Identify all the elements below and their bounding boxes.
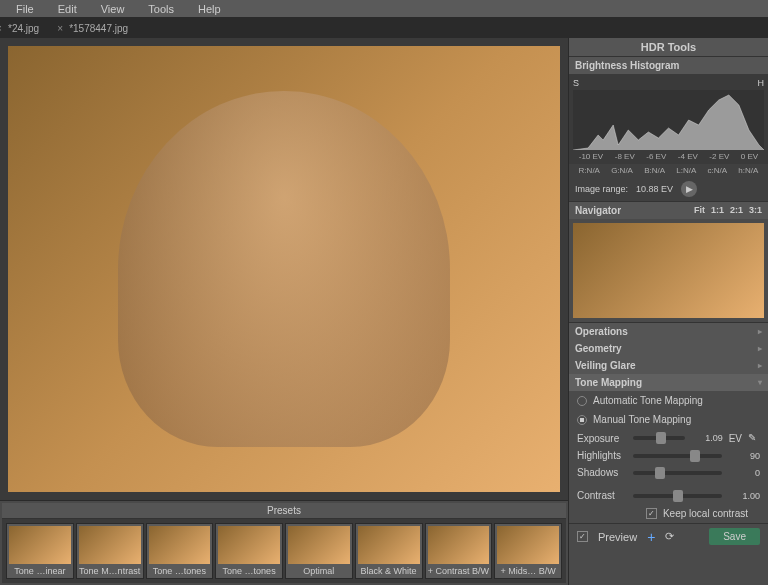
eyedropper-icon[interactable]: ✎ <box>748 432 760 444</box>
hdr-tools-title: HDR Tools <box>569 38 768 57</box>
ev-label: -8 EV <box>615 152 635 161</box>
ev-label: -4 EV <box>678 152 698 161</box>
channel-label: R:N/A <box>579 166 600 175</box>
image-range-label: Image range: <box>575 184 628 194</box>
ev-label: -6 EV <box>646 152 666 161</box>
menu-view[interactable]: View <box>89 1 137 17</box>
play-button[interactable]: ▶ <box>681 181 697 197</box>
ev-label: 0 EV <box>741 152 758 161</box>
zoom-1-1[interactable]: 1:1 <box>711 205 724 216</box>
exposure-slider[interactable] <box>633 436 685 440</box>
manual-tonemapping-label: Manual Tone Mapping <box>593 414 691 425</box>
image-canvas[interactable] <box>8 46 560 492</box>
zoom-2-1[interactable]: 2:1 <box>730 205 743 216</box>
channel-label: L:N/A <box>676 166 696 175</box>
zoom-fit[interactable]: Fit <box>694 205 705 216</box>
preset-3[interactable]: Tone …tones <box>215 523 283 579</box>
add-icon[interactable]: + <box>647 529 655 545</box>
navigator-thumbnail[interactable] <box>573 223 764 318</box>
preset-4[interactable]: Optimal <box>285 523 353 579</box>
image-range-value: 10.88 EV <box>636 184 673 194</box>
ev-label: -2 EV <box>709 152 729 161</box>
menu-file[interactable]: File <box>4 1 46 17</box>
preset-6[interactable]: + Contrast B/W <box>425 523 493 579</box>
menu-help[interactable]: Help <box>186 1 233 17</box>
preview-label: Preview <box>598 531 637 543</box>
preset-5[interactable]: Black & White <box>355 523 423 579</box>
auto-tonemapping-label: Automatic Tone Mapping <box>593 395 703 406</box>
preset-0[interactable]: Tone …inear <box>6 523 74 579</box>
histogram-header[interactable]: Brightness Histogram <box>569 57 768 74</box>
histogram-graph[interactable] <box>573 90 764 150</box>
geometry-header[interactable]: Geometry▸ <box>569 340 768 357</box>
preview-checkbox[interactable]: ✓ <box>577 531 588 542</box>
presets-strip: Tone …inearTone M…ntrastTone …tonesTone … <box>2 519 566 583</box>
exposure-label: Exposure <box>577 433 627 444</box>
channel-label: G:N/A <box>611 166 633 175</box>
tab-1[interactable]: *1578447.jpg <box>69 23 128 34</box>
contrast-value: 1.00 <box>728 491 760 501</box>
tone-mapping-header[interactable]: Tone Mapping▾ <box>569 374 768 391</box>
save-button[interactable]: Save <box>709 528 760 545</box>
contrast-label: Contrast <box>577 490 627 501</box>
preset-7[interactable]: + Mids… B/W <box>494 523 562 579</box>
shadows-slider[interactable] <box>633 471 722 475</box>
menu-edit[interactable]: Edit <box>46 1 89 17</box>
highlights-slider[interactable] <box>633 454 722 458</box>
tab-0[interactable]: *24.jpg <box>8 23 39 34</box>
manual-tonemapping-radio[interactable] <box>577 415 587 425</box>
channel-label: c:N/A <box>708 166 728 175</box>
veiling-glare-header[interactable]: Veiling Glare▸ <box>569 357 768 374</box>
contrast-slider[interactable] <box>633 494 722 498</box>
zoom-3-1[interactable]: 3:1 <box>749 205 762 216</box>
menubar: File Edit View Tools Help <box>0 0 768 18</box>
navigator-title: Navigator <box>575 205 621 216</box>
highlights-value: 90 <box>728 451 760 461</box>
channel-label: h:N/A <box>738 166 758 175</box>
exposure-unit: EV <box>729 433 742 444</box>
shadows-label: Shadows <box>577 467 627 478</box>
preset-1[interactable]: Tone M…ntrast <box>76 523 144 579</box>
menu-tools[interactable]: Tools <box>136 1 186 17</box>
hist-s-label: S <box>573 78 579 88</box>
auto-tonemapping-radio[interactable] <box>577 396 587 406</box>
channel-label: B:N/A <box>644 166 665 175</box>
highlights-label: Highlights <box>577 450 627 461</box>
document-tabs: *24.jpg *1578447.jpg <box>0 18 768 38</box>
preset-2[interactable]: Tone …tones <box>146 523 214 579</box>
keep-local-contrast-label: Keep local contrast <box>663 508 748 519</box>
refresh-icon[interactable]: ⟳ <box>665 530 674 543</box>
presets-title: Presets <box>2 503 566 519</box>
exposure-value: 1.09 <box>691 433 723 443</box>
ev-label: -10 EV <box>579 152 603 161</box>
operations-header[interactable]: Operations▸ <box>569 323 768 340</box>
hist-h-label: H <box>758 78 765 88</box>
keep-local-contrast-checkbox[interactable]: ✓ <box>646 508 657 519</box>
shadows-value: 0 <box>728 468 760 478</box>
